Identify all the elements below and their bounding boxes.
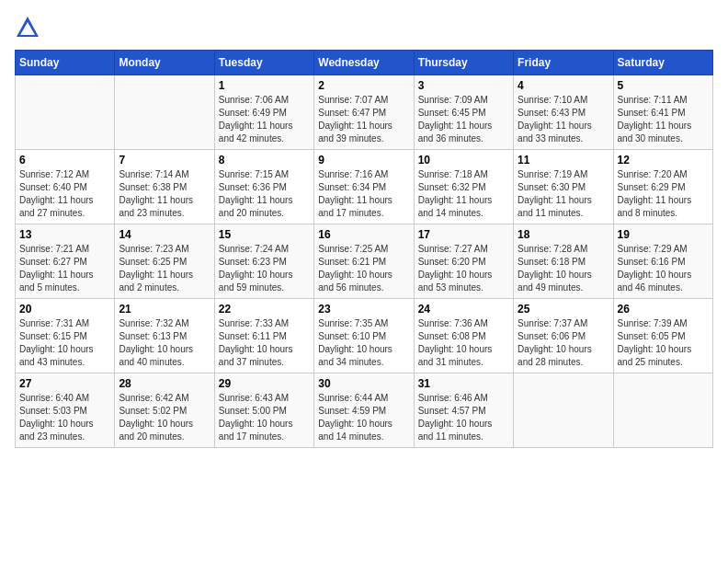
calendar-cell bbox=[115, 75, 214, 150]
page-header bbox=[15, 15, 713, 40]
day-info: Sunrise: 7:39 AM Sunset: 6:05 PM Dayligh… bbox=[618, 317, 709, 369]
header-day-monday: Monday bbox=[115, 51, 214, 75]
day-number: 7 bbox=[119, 154, 210, 167]
header-day-wednesday: Wednesday bbox=[314, 51, 414, 75]
calendar-cell: 5Sunrise: 7:11 AM Sunset: 6:41 PM Daylig… bbox=[613, 75, 712, 150]
calendar-week-row: 1Sunrise: 7:06 AM Sunset: 6:49 PM Daylig… bbox=[16, 75, 713, 150]
calendar-cell: 10Sunrise: 7:18 AM Sunset: 6:32 PM Dayli… bbox=[414, 150, 513, 224]
day-number: 31 bbox=[418, 377, 509, 390]
day-info: Sunrise: 6:42 AM Sunset: 5:02 PM Dayligh… bbox=[119, 392, 210, 443]
day-number: 16 bbox=[318, 228, 409, 241]
calendar-cell: 30Sunrise: 6:44 AM Sunset: 4:59 PM Dayli… bbox=[314, 373, 414, 448]
day-number: 10 bbox=[418, 154, 509, 167]
day-info: Sunrise: 7:16 AM Sunset: 6:34 PM Dayligh… bbox=[318, 168, 409, 220]
header-day-tuesday: Tuesday bbox=[214, 51, 313, 75]
day-number: 23 bbox=[318, 303, 409, 316]
day-number: 17 bbox=[418, 228, 509, 241]
day-number: 3 bbox=[418, 79, 509, 92]
logo-icon bbox=[15, 15, 40, 40]
day-info: Sunrise: 7:33 AM Sunset: 6:11 PM Dayligh… bbox=[219, 317, 310, 369]
day-info: Sunrise: 7:27 AM Sunset: 6:20 PM Dayligh… bbox=[418, 243, 509, 294]
day-number: 6 bbox=[19, 154, 110, 167]
calendar-cell: 7Sunrise: 7:14 AM Sunset: 6:38 PM Daylig… bbox=[115, 150, 214, 224]
calendar-table: SundayMondayTuesdayWednesdayThursdayFrid… bbox=[15, 50, 713, 448]
day-number: 18 bbox=[518, 228, 609, 241]
day-info: Sunrise: 7:24 AM Sunset: 6:23 PM Dayligh… bbox=[219, 243, 310, 294]
day-number: 5 bbox=[618, 79, 709, 92]
day-info: Sunrise: 7:25 AM Sunset: 6:21 PM Dayligh… bbox=[318, 243, 409, 294]
day-info: Sunrise: 6:46 AM Sunset: 4:57 PM Dayligh… bbox=[418, 392, 509, 443]
day-number: 28 bbox=[119, 377, 210, 390]
calendar-cell: 20Sunrise: 7:31 AM Sunset: 6:15 PM Dayli… bbox=[16, 299, 115, 373]
calendar-cell: 21Sunrise: 7:32 AM Sunset: 6:13 PM Dayli… bbox=[115, 299, 214, 373]
day-info: Sunrise: 7:31 AM Sunset: 6:15 PM Dayligh… bbox=[19, 317, 110, 369]
calendar-cell: 25Sunrise: 7:37 AM Sunset: 6:06 PM Dayli… bbox=[514, 299, 613, 373]
calendar-cell: 27Sunrise: 6:40 AM Sunset: 5:03 PM Dayli… bbox=[16, 373, 115, 448]
calendar-cell: 3Sunrise: 7:09 AM Sunset: 6:45 PM Daylig… bbox=[414, 75, 513, 150]
day-number: 15 bbox=[219, 228, 310, 241]
header-day-saturday: Saturday bbox=[613, 51, 712, 75]
calendar-cell: 12Sunrise: 7:20 AM Sunset: 6:29 PM Dayli… bbox=[613, 150, 712, 224]
day-number: 4 bbox=[518, 79, 609, 92]
day-info: Sunrise: 7:06 AM Sunset: 6:49 PM Dayligh… bbox=[219, 94, 310, 145]
day-info: Sunrise: 7:12 AM Sunset: 6:40 PM Dayligh… bbox=[19, 168, 110, 220]
day-number: 19 bbox=[618, 228, 709, 241]
day-number: 22 bbox=[219, 303, 310, 316]
day-info: Sunrise: 7:15 AM Sunset: 6:36 PM Dayligh… bbox=[219, 168, 310, 220]
day-info: Sunrise: 7:19 AM Sunset: 6:30 PM Dayligh… bbox=[518, 168, 609, 220]
logo bbox=[15, 15, 44, 40]
calendar-cell: 8Sunrise: 7:15 AM Sunset: 6:36 PM Daylig… bbox=[214, 150, 313, 224]
day-info: Sunrise: 6:44 AM Sunset: 4:59 PM Dayligh… bbox=[318, 392, 409, 443]
day-info: Sunrise: 7:32 AM Sunset: 6:13 PM Dayligh… bbox=[119, 317, 210, 369]
day-info: Sunrise: 7:10 AM Sunset: 6:43 PM Dayligh… bbox=[518, 94, 609, 145]
calendar-cell: 14Sunrise: 7:23 AM Sunset: 6:25 PM Dayli… bbox=[115, 224, 214, 299]
calendar-header-row: SundayMondayTuesdayWednesdayThursdayFrid… bbox=[16, 51, 713, 75]
day-info: Sunrise: 7:29 AM Sunset: 6:16 PM Dayligh… bbox=[618, 243, 709, 294]
header-day-friday: Friday bbox=[514, 51, 613, 75]
day-number: 27 bbox=[19, 377, 110, 390]
calendar-cell: 23Sunrise: 7:35 AM Sunset: 6:10 PM Dayli… bbox=[314, 299, 414, 373]
calendar-cell: 22Sunrise: 7:33 AM Sunset: 6:11 PM Dayli… bbox=[214, 299, 313, 373]
calendar-week-row: 13Sunrise: 7:21 AM Sunset: 6:27 PM Dayli… bbox=[16, 224, 713, 299]
calendar-cell: 9Sunrise: 7:16 AM Sunset: 6:34 PM Daylig… bbox=[314, 150, 414, 224]
day-number: 12 bbox=[618, 154, 709, 167]
day-number: 29 bbox=[219, 377, 310, 390]
calendar-cell: 28Sunrise: 6:42 AM Sunset: 5:02 PM Dayli… bbox=[115, 373, 214, 448]
day-info: Sunrise: 7:21 AM Sunset: 6:27 PM Dayligh… bbox=[19, 243, 110, 294]
calendar-cell bbox=[16, 75, 115, 150]
calendar-cell: 26Sunrise: 7:39 AM Sunset: 6:05 PM Dayli… bbox=[613, 299, 712, 373]
calendar-cell: 4Sunrise: 7:10 AM Sunset: 6:43 PM Daylig… bbox=[514, 75, 613, 150]
calendar-cell: 15Sunrise: 7:24 AM Sunset: 6:23 PM Dayli… bbox=[214, 224, 313, 299]
day-info: Sunrise: 7:35 AM Sunset: 6:10 PM Dayligh… bbox=[318, 317, 409, 369]
calendar-week-row: 20Sunrise: 7:31 AM Sunset: 6:15 PM Dayli… bbox=[16, 299, 713, 373]
day-info: Sunrise: 7:23 AM Sunset: 6:25 PM Dayligh… bbox=[119, 243, 210, 294]
calendar-cell bbox=[613, 373, 712, 448]
day-number: 14 bbox=[119, 228, 210, 241]
day-number: 21 bbox=[119, 303, 210, 316]
calendar-cell: 2Sunrise: 7:07 AM Sunset: 6:47 PM Daylig… bbox=[314, 75, 414, 150]
calendar-cell: 17Sunrise: 7:27 AM Sunset: 6:20 PM Dayli… bbox=[414, 224, 513, 299]
day-number: 30 bbox=[318, 377, 409, 390]
calendar-cell: 6Sunrise: 7:12 AM Sunset: 6:40 PM Daylig… bbox=[16, 150, 115, 224]
header-day-sunday: Sunday bbox=[16, 51, 115, 75]
calendar-cell bbox=[514, 373, 613, 448]
day-number: 2 bbox=[318, 79, 409, 92]
day-number: 20 bbox=[19, 303, 110, 316]
calendar-cell: 31Sunrise: 6:46 AM Sunset: 4:57 PM Dayli… bbox=[414, 373, 513, 448]
calendar-cell: 18Sunrise: 7:28 AM Sunset: 6:18 PM Dayli… bbox=[514, 224, 613, 299]
calendar-cell: 29Sunrise: 6:43 AM Sunset: 5:00 PM Dayli… bbox=[214, 373, 313, 448]
calendar-week-row: 27Sunrise: 6:40 AM Sunset: 5:03 PM Dayli… bbox=[16, 373, 713, 448]
calendar-week-row: 6Sunrise: 7:12 AM Sunset: 6:40 PM Daylig… bbox=[16, 150, 713, 224]
calendar-cell: 24Sunrise: 7:36 AM Sunset: 6:08 PM Dayli… bbox=[414, 299, 513, 373]
day-number: 1 bbox=[219, 79, 310, 92]
calendar-cell: 11Sunrise: 7:19 AM Sunset: 6:30 PM Dayli… bbox=[514, 150, 613, 224]
calendar-cell: 16Sunrise: 7:25 AM Sunset: 6:21 PM Dayli… bbox=[314, 224, 414, 299]
day-info: Sunrise: 7:18 AM Sunset: 6:32 PM Dayligh… bbox=[418, 168, 509, 220]
day-info: Sunrise: 6:43 AM Sunset: 5:00 PM Dayligh… bbox=[219, 392, 310, 443]
day-number: 13 bbox=[19, 228, 110, 241]
day-info: Sunrise: 7:11 AM Sunset: 6:41 PM Dayligh… bbox=[618, 94, 709, 145]
day-number: 11 bbox=[518, 154, 609, 167]
day-info: Sunrise: 7:20 AM Sunset: 6:29 PM Dayligh… bbox=[618, 168, 709, 220]
day-number: 26 bbox=[618, 303, 709, 316]
calendar-cell: 13Sunrise: 7:21 AM Sunset: 6:27 PM Dayli… bbox=[16, 224, 115, 299]
